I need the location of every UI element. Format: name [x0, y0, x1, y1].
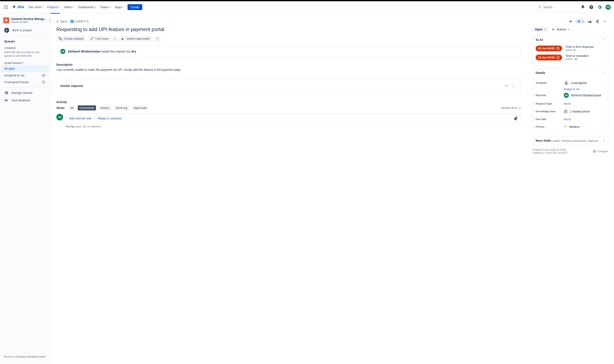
more-toolbar-button[interactable]	[154, 36, 161, 41]
manage-queues[interactable]: Manage queues	[2, 89, 49, 97]
queue-assigned-to-me[interactable]: Assigned to me 0	[2, 72, 49, 79]
request-type-field[interactable]: Request Type None	[536, 100, 605, 107]
queues-title: Queues	[2, 38, 49, 45]
tab-history[interactable]: History	[98, 105, 111, 110]
project-header: General Service Manag... Service project	[2, 17, 49, 26]
more-fields-panel[interactable]: More fields Labels, Request participants…	[532, 136, 608, 145]
attachment-icon[interactable]	[514, 117, 518, 120]
svg-point-14	[604, 21, 605, 22]
more-actions-button[interactable]	[601, 18, 608, 25]
add-internal-note[interactable]: Add internal note	[69, 117, 91, 120]
system-app-button[interactable]: system-app-tester	[119, 36, 152, 41]
unassigned-avatar-icon	[564, 80, 569, 85]
search-input[interactable]: Search	[536, 4, 578, 11]
clock-icon	[556, 56, 559, 59]
assignee-field[interactable]: Assignee Unassigned	[536, 78, 605, 88]
back-to-project[interactable]: Back to project	[2, 26, 49, 34]
back-arrow-icon	[4, 28, 9, 33]
similar-expand-icon[interactable]: ▾	[510, 82, 517, 89]
show-label: Show:	[56, 106, 65, 110]
svg-point-20	[158, 39, 159, 39]
sidebar: General Service Manag... Service project…	[0, 13, 50, 364]
configure-link[interactable]: Configure	[593, 148, 608, 154]
gear-icon	[4, 91, 8, 95]
nav-dashboards[interactable]: Dashboards▾	[76, 4, 97, 11]
priority-field[interactable]: Priority Medium	[536, 123, 605, 130]
gear-icon	[593, 150, 596, 153]
svg-point-5	[7, 7, 8, 8]
article-icon	[564, 110, 568, 113]
eye-icon	[577, 20, 581, 23]
svg-point-21	[505, 85, 506, 86]
tab-comments[interactable]: Comments	[78, 105, 96, 110]
nav-filters[interactable]: Filters▾	[62, 4, 75, 11]
queue-all-open[interactable]: All open 1	[2, 65, 49, 72]
clock-icon	[556, 47, 559, 50]
reporter-avatar: AB	[60, 49, 65, 54]
share-button[interactable]	[594, 18, 600, 25]
issue-key[interactable]: ✓ GSMFIT-5	[70, 20, 89, 23]
jira-logo[interactable]: Jira	[10, 5, 26, 10]
svg-point-26	[566, 82, 567, 83]
svg-line-10	[540, 8, 541, 8]
knowledge-base-field[interactable]: Knowledge base 1 related article	[536, 107, 605, 116]
app-switcher-icon[interactable]	[2, 4, 9, 11]
comment-input[interactable]: Add internal note / Reply to customer	[66, 114, 521, 123]
help-icon[interactable]: ?	[588, 4, 595, 11]
queue-unassigned[interactable]: Unassigned issues 1	[2, 79, 49, 85]
create-button[interactable]: Create	[128, 4, 142, 10]
nav-projects[interactable]: Projects▾	[46, 4, 62, 11]
feedback-icon[interactable]	[568, 18, 574, 25]
team-priority-title: TEAM PRIORITY	[2, 60, 49, 65]
sla-first-response: 09 Jun 09:08 Time to first responsewithi…	[536, 45, 605, 52]
svg-point-0	[4, 5, 5, 6]
vote-button[interactable]	[586, 18, 593, 25]
collapse-sidebar-button[interactable]	[48, 18, 53, 23]
project-icon	[3, 17, 9, 23]
tab-all[interactable]: All	[68, 105, 76, 110]
watch-button[interactable]: 1	[575, 19, 586, 24]
settings-icon[interactable]	[596, 4, 603, 11]
svg-rect-31	[564, 126, 567, 126]
link-issue-button[interactable]: Link issue	[88, 36, 111, 41]
link-dropdown[interactable]: ▾	[113, 36, 117, 41]
logo-text: Jira	[17, 5, 24, 9]
topbar: Jira Your work▾ Projects▾ Filters▾ Dashb…	[0, 1, 614, 13]
svg-point-1	[5, 5, 6, 6]
details-panel: Details ⌃ Assignee Unassigned Assign to …	[532, 69, 608, 134]
protip: Pro tip: press M to comment	[66, 125, 521, 128]
slas-header[interactable]: SLAs ⌃	[533, 36, 608, 43]
reply-to-customer[interactable]: Reply to customer	[98, 117, 122, 120]
starred-title: STARRED	[2, 45, 49, 50]
reporter-field[interactable]: Reporter AB Abhilash Bhattacharjee	[536, 91, 605, 100]
request-banner: AB Abhilash Bhattacharjee raised this re…	[56, 46, 521, 57]
atlassian-icon	[121, 37, 125, 40]
back-link[interactable]: Back	[56, 20, 67, 23]
sort-order[interactable]: Newest first ↓≡	[501, 106, 521, 110]
project-name: General Service Manag...	[11, 17, 46, 21]
svg-rect-16	[59, 37, 60, 39]
nav-apps[interactable]: Apps▾	[113, 4, 125, 11]
issue-title[interactable]: Requesting to add UPI feature in payment…	[56, 26, 521, 32]
description-text[interactable]: I am currently unable to make the paymen…	[56, 68, 521, 71]
similar-more-icon[interactable]	[503, 82, 510, 89]
give-feedback[interactable]: Give feedback	[2, 97, 49, 104]
assign-to-me[interactable]: Assign to me	[564, 88, 605, 91]
user-avatar[interactable]: AB	[605, 4, 612, 11]
svg-point-7	[5, 8, 6, 9]
nav-teams[interactable]: Teams▾	[98, 4, 112, 11]
link-icon	[90, 37, 94, 40]
tab-worklog[interactable]: Work log	[114, 105, 129, 110]
sla-resolution: 12 Jun 09:08 Time to resolutionwithin 16…	[536, 54, 605, 61]
tab-approvals[interactable]: Approvals	[132, 105, 149, 110]
status-dropdown[interactable]: Open▾	[532, 26, 548, 32]
nav-your-work[interactable]: Your work▾	[27, 4, 45, 11]
actions-dropdown[interactable]: Actions▾	[550, 26, 571, 32]
due-date-field[interactable]: Due date None	[536, 116, 605, 123]
svg-text:?: ?	[590, 5, 592, 9]
issue-type-icon: ✓	[70, 20, 74, 23]
create-subtask-button[interactable]: Create subtask	[56, 36, 86, 41]
notifications-icon[interactable]	[580, 4, 586, 11]
details-header[interactable]: Details ⌃	[533, 69, 608, 77]
priority-medium-icon	[564, 125, 567, 129]
